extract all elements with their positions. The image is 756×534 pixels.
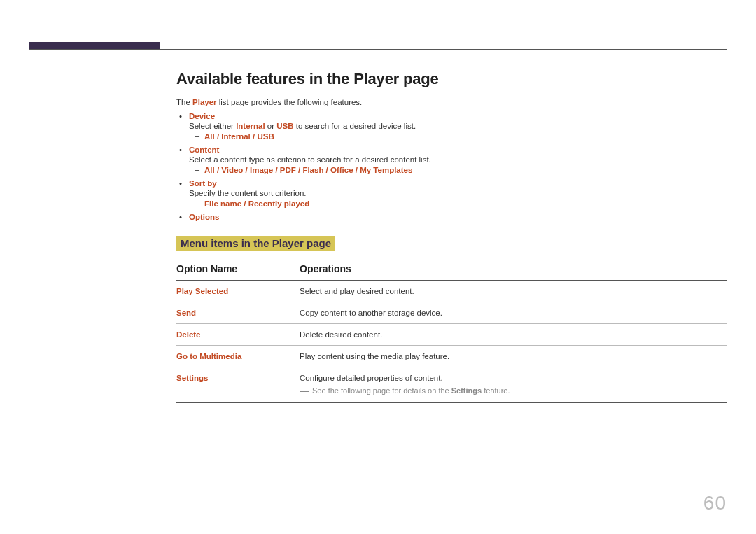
table-row: Send Copy content to another storage dev… bbox=[176, 302, 727, 324]
feature-item: •Sort by Specify the content sort criter… bbox=[179, 179, 727, 209]
desc-text: to search for a desired device list. bbox=[294, 122, 416, 130]
option-note: ―See the following page for details on t… bbox=[300, 385, 727, 396]
option-name: Go to Multimedia bbox=[176, 346, 300, 367]
sub-options: File name / Recently played bbox=[204, 199, 309, 208]
page-title: Available features in the Player page bbox=[176, 70, 727, 88]
feature-title: Options bbox=[189, 213, 219, 221]
feature-sub: ‒All / Internal / USB bbox=[179, 132, 727, 141]
feature-title: Device bbox=[189, 112, 215, 120]
feature-sub: ‒File name / Recently played bbox=[179, 199, 727, 209]
bullet-icon: • bbox=[179, 146, 189, 154]
feature-desc: Specify the content sort criterion. bbox=[179, 189, 727, 197]
column-header-operations: Operations bbox=[300, 259, 727, 281]
option-name: Play Selected bbox=[176, 281, 300, 302]
table-row: Settings Configure detailed properties o… bbox=[176, 367, 727, 403]
desc-term: USB bbox=[276, 122, 293, 130]
bullet-icon: • bbox=[179, 112, 189, 120]
feature-title: Content bbox=[189, 146, 219, 154]
feature-title: Sort by bbox=[189, 179, 217, 188]
intro-text: The Player list page provides the follow… bbox=[176, 98, 727, 106]
feature-sub: ‒All / Video / Image / PDF / Flash / Off… bbox=[179, 165, 727, 175]
option-operation-cell: Configure detailed properties of content… bbox=[300, 367, 727, 403]
option-name: Send bbox=[176, 302, 300, 324]
header-tab-bar bbox=[29, 42, 160, 49]
section-subheading: Menu items in the Player page bbox=[176, 236, 335, 251]
bullet-icon: • bbox=[179, 179, 189, 188]
intro-post: list page provides the following feature… bbox=[217, 98, 363, 106]
feature-list: •Device Select either Internal or USB to… bbox=[176, 112, 727, 221]
intro-pre: The bbox=[176, 98, 192, 106]
intro-term: Player bbox=[192, 98, 217, 106]
main-content: Available features in the Player page Th… bbox=[176, 70, 727, 403]
table-header-row: Option Name Operations bbox=[176, 259, 727, 281]
feature-item: •Device Select either Internal or USB to… bbox=[179, 112, 727, 141]
option-operation: Copy content to another storage device. bbox=[300, 302, 727, 324]
option-name: Delete bbox=[176, 324, 300, 346]
bullet-icon: • bbox=[179, 213, 189, 221]
desc-text: Select either bbox=[189, 122, 236, 130]
document-page: Available features in the Player page Th… bbox=[0, 0, 756, 534]
page-number: 60 bbox=[704, 492, 727, 514]
table-row: Go to Multimedia Play content using the … bbox=[176, 346, 727, 367]
feature-item: •Content Select a content type as criter… bbox=[179, 146, 727, 175]
header-rule bbox=[29, 49, 727, 50]
feature-item: •Options bbox=[179, 213, 727, 221]
feature-desc: Select a content type as criterion to se… bbox=[179, 155, 727, 164]
option-operation: Select and play desired content. bbox=[300, 281, 727, 302]
sub-options: All / Video / Image / PDF / Flash / Offi… bbox=[204, 166, 412, 174]
desc-text: or bbox=[265, 122, 277, 130]
note-term: Settings bbox=[451, 386, 482, 395]
desc-term: Internal bbox=[236, 122, 265, 130]
options-table: Option Name Operations Play Selected Sel… bbox=[176, 259, 727, 403]
option-operation: Delete desired content. bbox=[300, 324, 727, 346]
column-header-name: Option Name bbox=[176, 259, 300, 281]
sub-options: All / Internal / USB bbox=[204, 132, 274, 141]
note-dash-icon: ― bbox=[300, 385, 309, 396]
note-text: See the following page for details on th… bbox=[312, 386, 451, 395]
table-row: Play Selected Select and play desired co… bbox=[176, 281, 727, 302]
option-operation: Play content using the media play featur… bbox=[300, 346, 727, 367]
note-text: feature. bbox=[482, 386, 510, 395]
option-operation: Configure detailed properties of content… bbox=[300, 374, 443, 382]
table-row: Delete Delete desired content. bbox=[176, 324, 727, 346]
feature-desc: Select either Internal or USB to search … bbox=[179, 122, 727, 130]
option-name: Settings bbox=[176, 367, 300, 403]
